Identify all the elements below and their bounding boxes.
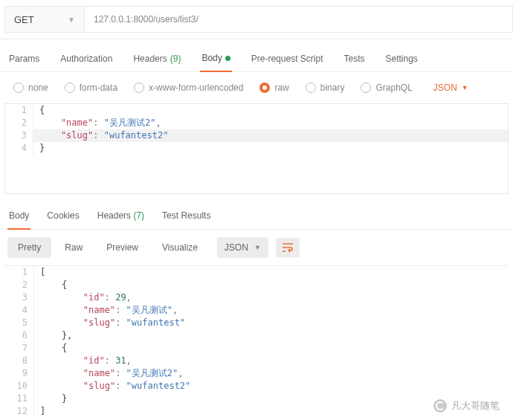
headers-count: (9) <box>170 54 181 64</box>
request-bar: GET ▼ 127.0.0.1:8000/users/list3/ <box>0 0 513 39</box>
line-number: 6 <box>4 329 34 342</box>
radio-icon-selected <box>259 83 270 93</box>
request-body-editor[interactable]: 1{ 2 "name": "吴凡测试2", 3 "slug": "wufante… <box>4 103 509 194</box>
tab-params[interactable]: Params <box>7 48 41 71</box>
wechat-icon <box>433 399 447 413</box>
line-number: 3 <box>5 129 33 142</box>
line-number: 7 <box>4 342 34 355</box>
radio-graphql[interactable]: GraphQL <box>361 83 412 93</box>
tab-body[interactable]: Body <box>200 48 231 72</box>
headers-count: (7) <box>133 210 144 221</box>
body-type-row: none form-data x-www-form-urlencoded raw… <box>0 72 513 103</box>
watermark: 凡大哥随笔 <box>433 399 500 413</box>
response-type-dropdown[interactable]: JSON▼ <box>217 237 268 258</box>
line-number: 2 <box>5 117 33 129</box>
radio-icon <box>306 83 316 93</box>
radio-binary[interactable]: binary <box>306 83 345 93</box>
raw-type-dropdown[interactable]: JSON▼ <box>433 83 468 93</box>
wrap-icon <box>282 242 294 253</box>
line-number: 4 <box>4 304 34 317</box>
tab-settings[interactable]: Settings <box>384 48 419 71</box>
line-number: 3 <box>4 291 34 304</box>
radio-formdata[interactable]: form-data <box>65 83 117 93</box>
line-number: 4 <box>5 142 33 155</box>
resp-tab-headers[interactable]: Headers (7) <box>96 207 146 229</box>
view-visualize[interactable]: Visualize <box>152 237 208 258</box>
radio-icon <box>65 83 75 93</box>
line-number: 1 <box>4 266 34 279</box>
line-number: 11 <box>4 392 34 405</box>
url-input[interactable]: 127.0.0.1:8000/users/list3/ <box>85 6 513 33</box>
tab-prerequest[interactable]: Pre-request Script <box>250 48 325 71</box>
radio-raw[interactable]: raw <box>259 83 288 93</box>
line-number: 12 <box>4 405 34 418</box>
url-text: 127.0.0.1:8000/users/list3/ <box>94 14 199 25</box>
tab-headers[interactable]: Headers (9) <box>132 48 182 71</box>
radio-icon <box>13 83 24 93</box>
chevron-down-icon: ▼ <box>462 84 468 91</box>
radio-icon <box>134 83 144 93</box>
tab-tests[interactable]: Tests <box>342 48 366 71</box>
watermark-text: 凡大哥随笔 <box>451 399 500 413</box>
radio-urlencoded[interactable]: x-www-form-urlencoded <box>134 83 243 93</box>
resp-tab-testresults[interactable]: Test Results <box>161 207 212 229</box>
response-body-editor[interactable]: 1[ 2 { 3 "id": 29, 4 "name": "吴凡测试", 5 "… <box>4 265 509 418</box>
radio-icon <box>361 83 371 93</box>
wrap-lines-button[interactable] <box>276 238 300 257</box>
line-number: 9 <box>4 367 34 380</box>
line-number: 8 <box>4 355 34 367</box>
body-dot-icon <box>225 56 230 61</box>
request-tabs: Params Authorization Headers (9) Body Pr… <box>0 39 513 72</box>
line-number: 2 <box>4 279 34 291</box>
resp-tab-body[interactable]: Body <box>7 207 30 230</box>
line-number: 1 <box>5 104 33 117</box>
method-label: GET <box>14 14 34 25</box>
view-preview[interactable]: Preview <box>96 237 149 258</box>
response-tabs: Body Cookies Headers (7) Test Results <box>0 194 513 230</box>
method-select[interactable]: GET ▼ <box>4 6 85 33</box>
chevron-down-icon: ▼ <box>254 244 261 251</box>
chevron-down-icon: ▼ <box>68 16 75 24</box>
view-pretty[interactable]: Pretty <box>7 237 51 258</box>
tab-authorization[interactable]: Authorization <box>59 48 114 71</box>
resp-tab-cookies[interactable]: Cookies <box>45 207 80 229</box>
response-view-bar: Pretty Raw Preview Visualize JSON▼ <box>0 230 513 265</box>
view-raw[interactable]: Raw <box>54 237 93 258</box>
line-number: 5 <box>4 317 34 329</box>
line-number: 10 <box>4 380 34 392</box>
radio-none[interactable]: none <box>13 83 48 93</box>
